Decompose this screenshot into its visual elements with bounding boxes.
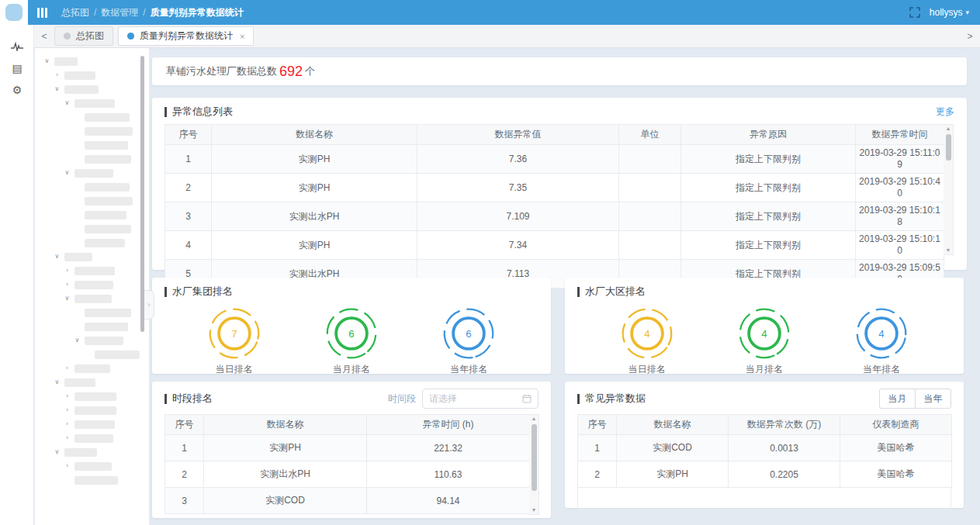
tree-caret-down-icon[interactable]: ∨ [63,100,71,106]
tree-node[interactable] [35,473,149,487]
tab-close-icon[interactable]: × [240,32,244,41]
scroll-down-icon[interactable]: ▼ [946,247,951,254]
tree-node[interactable]: › [35,431,149,445]
column-header: 异常时间 (h) [367,415,530,435]
section-title: 时段排名 [164,392,213,406]
rank-badge-year: 6 当年排名 [441,306,497,376]
tree-caret-right-icon[interactable]: › [63,268,71,274]
tree-caret-down-icon[interactable]: ∨ [53,449,61,455]
tree-node[interactable]: ∨ [35,250,149,264]
tree-node[interactable]: › [35,403,149,417]
section-title: 常见异常数据 [577,392,646,406]
tree-node[interactable]: › [35,459,149,473]
table-cell: 1 [165,435,204,461]
tree-node[interactable]: › [35,264,149,278]
tree-node-label-redacted [85,225,131,233]
tree-node[interactable]: › [35,278,149,292]
tree-node[interactable]: ∨ [35,96,149,110]
tree-node[interactable]: ∨ [35,292,149,306]
table-cell: 4 [165,231,212,260]
svg-text:6: 6 [466,328,472,340]
tree-caret-right-icon[interactable]: › [63,393,71,399]
tree-node[interactable] [35,306,149,319]
tree-node[interactable]: › [35,389,149,403]
tree-caret-right-icon[interactable]: › [63,463,71,469]
tree-node[interactable]: › [35,361,149,375]
tree-node[interactable] [35,180,149,194]
tree-node[interactable] [35,124,149,138]
tree-node[interactable] [35,222,149,236]
tree-caret-down-icon[interactable]: ∨ [53,379,61,385]
table-scrollbar[interactable]: ▲ ▼ [944,124,954,255]
scroll-down-icon[interactable]: ▼ [532,506,537,514]
table-cell: 实测COD [617,435,729,461]
tree-caret-right-icon[interactable]: › [63,365,71,371]
tab-scroll-right-icon[interactable]: > [960,31,980,42]
tree-caret-down-icon[interactable]: ∨ [53,254,61,260]
tree-node[interactable]: ∨ [35,54,149,68]
period-select-input[interactable] [429,393,522,404]
tree-node-label-redacted [85,323,128,331]
tree-caret-right-icon[interactable]: › [53,72,61,78]
tree-node[interactable]: ∨ [35,166,149,180]
month-button[interactable]: 当月 [879,389,916,409]
tree-caret-down-icon[interactable]: ∨ [43,58,51,64]
username: hollysys [930,7,963,18]
tree-node[interactable] [35,152,149,166]
tree-node-label-redacted [64,85,99,94]
tree-node[interactable] [35,110,149,124]
summary-suffix: 个 [305,64,315,78]
tab-overview[interactable]: 总拓图 [54,26,113,46]
svg-text:6: 6 [348,328,354,340]
tree-caret-right-icon[interactable]: › [63,281,71,288]
column-header: 数据名称 [204,415,367,435]
table-cell: 实测PH [212,174,417,202]
scrollbar-thumb[interactable] [532,424,537,491]
tree-caret-down-icon[interactable]: ∨ [53,86,61,92]
table-scrollbar[interactable]: ▲ ▼ [529,414,539,515]
scroll-up-icon[interactable]: ▲ [532,415,537,423]
fullscreen-icon[interactable] [909,7,920,18]
more-link[interactable]: 更多 [936,105,954,119]
tree-caret-right-icon[interactable]: › [63,421,71,427]
breadcrumb-item[interactable]: 数据管理 [101,6,138,19]
tree-caret-right-icon[interactable]: › [63,435,71,441]
rail-item-monitor[interactable] [0,36,34,57]
tree-node[interactable]: ∨ [35,445,149,459]
tree-node[interactable] [35,319,149,333]
app-logo[interactable] [0,0,28,25]
tree-node-label-redacted [64,71,95,80]
tree-node[interactable]: ∨ [35,375,149,389]
tab-quality-abnormal-stats[interactable]: 质量判别异常数据统计 × [118,26,254,46]
tree-node[interactable]: › [35,417,149,431]
user-menu[interactable]: hollysys ▾ [930,7,969,18]
tree-node[interactable] [35,194,149,208]
tree-node[interactable]: ∨ [35,333,149,347]
tree-node[interactable] [35,236,149,250]
tree-node[interactable] [35,208,149,222]
tree-node[interactable]: ∨ [35,82,149,96]
tab-scroll-left-icon[interactable]: < [34,31,54,42]
sidebar-tree-panel: ∨›∨∨∨∨››∨∨›∨››››∨› [35,48,149,525]
year-button[interactable]: 当年 [915,389,951,409]
breadcrumb-item[interactable]: 总拓图 [61,6,89,19]
tree-caret-down-icon[interactable]: ∨ [73,337,81,344]
rail-item-settings[interactable]: ⚙ [0,79,34,101]
tree-caret-down-icon[interactable]: ∨ [63,295,71,302]
tree-node[interactable] [35,347,149,361]
tree-node-label-redacted [74,434,113,443]
tab-bar: < 总拓图 质量判别异常数据统计 × > [34,25,980,48]
tree-caret-down-icon[interactable]: ∨ [63,170,71,176]
period-select[interactable] [422,389,538,409]
scrollbar-thumb[interactable] [946,134,951,161]
scroll-up-icon[interactable]: ▲ [946,125,951,133]
table-cell: 美国哈希 [840,461,952,488]
rail-item-data-list[interactable]: ▤ [0,57,34,79]
tree-node[interactable] [35,138,149,152]
tree-node[interactable]: › [35,68,149,82]
collapse-menu-icon[interactable] [37,8,47,18]
tree-caret-right-icon[interactable]: › [63,407,71,413]
panel-collapse-handle[interactable]: › [144,290,154,319]
table-cell: 7.34 [417,231,619,260]
table-row: 1实测PH7.36指定上下限判别2019-03-29 15:11:09 [165,145,944,174]
